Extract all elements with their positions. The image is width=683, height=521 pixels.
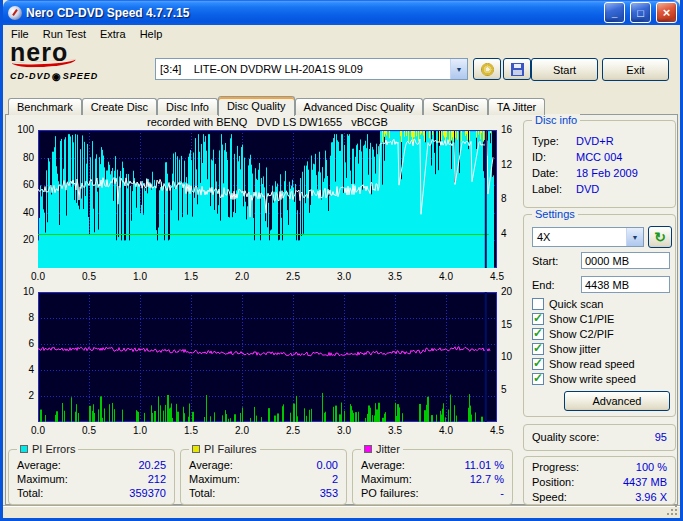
stat-row: Maximum: 212 [9, 472, 174, 486]
bottom-chart-left-tick: 2 [7, 390, 34, 401]
bottom-chart-right-tick: 20 [501, 286, 521, 297]
stat-row: Average: 20.25 [9, 458, 174, 472]
jitter-title: Jitter [376, 443, 400, 455]
speed-select[interactable]: 4X ▼ [532, 227, 644, 247]
titlebar[interactable]: Nero CD-DVD Speed 4.7.7.15 _ □ × [3, 0, 680, 25]
stat-row: Maximum: 2 [181, 472, 346, 486]
drive-selector[interactable]: [3:4] LITE-ON DVDRW LH-20A1S 9L09 ▼ [155, 58, 468, 80]
top-chart-left-tick: 20 [7, 234, 34, 245]
position-row: Position: 4437 MB [524, 474, 675, 489]
checkbox-quick-scan[interactable]: ✓ Quick scan [532, 297, 603, 310]
start-position-field[interactable] [581, 252, 670, 269]
checkbox-show-jitter[interactable]: ✓ Show jitter [532, 342, 600, 355]
stat-row: Average: 11.01 % [353, 458, 512, 472]
check-icon: ✓ [533, 356, 543, 370]
show-write-speed-checkbox[interactable]: ✓ [532, 373, 544, 385]
maximize-button[interactable]: □ [630, 2, 651, 23]
stat-row: Maximum: 12.7 % [353, 472, 512, 486]
pi-errors-legend-swatch [20, 445, 28, 453]
tab-advanced-disc-quality[interactable]: Advanced Disc Quality [295, 98, 424, 115]
quality-score-value: 95 [655, 431, 667, 443]
top-chart-x-tick: 4.0 [434, 271, 458, 282]
pi-errors-title: PI Errors [32, 443, 75, 455]
end-position-field[interactable] [581, 276, 670, 293]
disc-info-row: ID: MCC 004 [524, 149, 675, 165]
menu-item-help[interactable]: Help [133, 27, 170, 41]
disc-info-row: Label: DVD [524, 181, 675, 197]
check-icon: ✓ [533, 341, 543, 355]
tab-scandisc[interactable]: ScanDisc [423, 98, 487, 115]
chevron-down-icon[interactable]: ▼ [450, 59, 467, 79]
tab-disc-quality[interactable]: Disc Quality [218, 96, 295, 116]
jitter-panel: Jitter Average: 11.01 % Maximum: 12.7 % … [352, 449, 513, 505]
show-jitter-checkbox[interactable]: ✓ [532, 343, 544, 355]
refresh-button[interactable]: ↻ [648, 226, 672, 248]
product-name-right: SPEED [63, 71, 99, 81]
position-value: 4437 MB [623, 476, 667, 488]
stat-row: Total: 353 [181, 486, 346, 500]
quick-scan-checkbox[interactable]: ✓ [532, 298, 544, 310]
disc-info-title: Disc info [532, 114, 580, 126]
product-name-left: CD-DVD [10, 71, 51, 81]
menu-item-extra[interactable]: Extra [93, 27, 133, 41]
resize-grip[interactable] [667, 505, 679, 517]
check-icon: ✓ [533, 371, 543, 385]
check-icon: ✓ [533, 311, 543, 325]
tab-disc-info[interactable]: Disc Info [157, 98, 218, 115]
close-button[interactable]: × [656, 2, 677, 23]
top-chart-x-tick: 1.5 [179, 271, 203, 282]
minimize-button[interactable]: _ [604, 2, 625, 23]
bottom-chart-right-tick: 15 [501, 319, 521, 330]
bottom-chart-right-tick: 5 [501, 384, 521, 395]
settings-title: Settings [532, 208, 578, 220]
quality-score-group: Quality score: 95 [523, 424, 676, 451]
top-chart-right-tick: 16 [501, 124, 521, 135]
tab-create-disc[interactable]: Create Disc [82, 98, 157, 115]
show-read-speed-checkbox[interactable]: ✓ [532, 358, 544, 370]
top-chart-x-tick: 0.0 [26, 271, 50, 282]
disc-image-button[interactable] [473, 58, 501, 80]
top-chart-left-tick: 100 [7, 124, 34, 135]
top-chart-right-tick: 4 [501, 228, 521, 239]
status-bar [3, 505, 680, 518]
checkbox-show-read-speed[interactable]: ✓ Show read speed [532, 357, 635, 370]
top-chart-left-tick: 80 [7, 152, 34, 163]
exit-button[interactable]: Exit [602, 58, 669, 81]
checkbox-show-c2-pif[interactable]: ✓ Show C2/PIF [532, 327, 614, 340]
bottom-chart-x-tick: 2.0 [230, 425, 254, 436]
top-chart-x-tick: 4.5 [485, 271, 509, 282]
bottom-chart-x-tick: 4.0 [434, 425, 458, 436]
checkbox-show-c1-pie[interactable]: ✓ Show C1/PIE [532, 312, 614, 325]
end-label: End: [532, 279, 555, 291]
stat-row: PO failures: - [353, 486, 512, 500]
nero-brand-text: nero [10, 42, 152, 63]
tab-ta-jitter[interactable]: TA Jitter [488, 98, 546, 115]
show-c1-pie-checkbox[interactable]: ✓ [532, 313, 544, 325]
disc-info-row: Type: DVD+R [524, 133, 675, 149]
checkbox-show-write-speed[interactable]: ✓ Show write speed [532, 372, 636, 385]
disc-glyph-icon: ◉ [52, 72, 62, 81]
top-chart-x-tick: 2.5 [281, 271, 305, 282]
pi-errors-chart [38, 130, 497, 268]
top-chart-left-tick: 60 [7, 179, 34, 190]
save-icon [511, 63, 524, 76]
bottom-chart-right-tick: 10 [501, 351, 521, 362]
chevron-down-icon[interactable]: ▼ [626, 228, 643, 246]
start-button[interactable]: Start [531, 58, 598, 81]
top-chart-x-tick: 1.0 [128, 271, 152, 282]
top-chart-x-tick: 3.5 [383, 271, 407, 282]
save-results-button[interactable] [503, 58, 531, 80]
chart-header: recorded with BENQ DVD LS DW1655 vBCGB [38, 116, 497, 128]
tab-benchmark[interactable]: Benchmark [8, 98, 82, 115]
disc-info-group: Disc info Type: DVD+R ID: MCC 004 Date: … [523, 120, 676, 208]
pi-failures-title: PI Failures [204, 443, 257, 455]
bottom-chart-x-tick: 4.5 [485, 425, 509, 436]
advanced-button[interactable]: Advanced [564, 391, 670, 411]
app-icon [8, 6, 22, 20]
quality-score-label: Quality score: [532, 431, 599, 443]
bottom-chart-x-tick: 3.5 [383, 425, 407, 436]
pif-jitter-chart [38, 292, 497, 422]
show-c2-pif-checkbox[interactable]: ✓ [532, 328, 544, 340]
bottom-chart-x-tick: 1.0 [128, 425, 152, 436]
stat-row: Average: 0.00 [181, 458, 346, 472]
